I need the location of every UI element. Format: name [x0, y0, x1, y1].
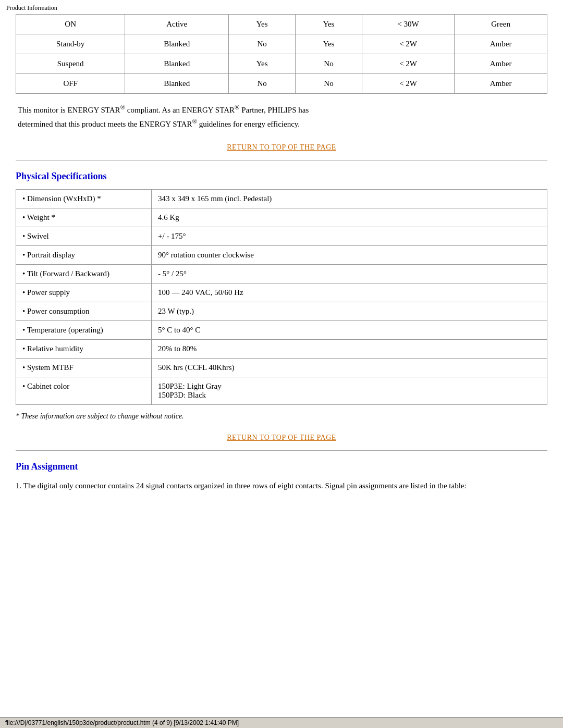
return-to-top-link-2[interactable]: RETURN TO TOP OF THE PAGE — [227, 434, 336, 441]
specs-value: +/ - 175° — [152, 227, 547, 246]
specs-label: • Swivel — [16, 227, 152, 246]
energy-star-text: This monitor is Energy Star® compliant. … — [16, 102, 547, 130]
specs-table-row: • Relative humidity20% to 80% — [16, 340, 547, 359]
power-states-table: ONActiveYesYes< 30WGreenStand-byBlankedN… — [16, 14, 547, 94]
specs-label: • Cabinet color — [16, 377, 152, 405]
pin-assignment-section: Pin Assignment 1. The digital only conne… — [16, 461, 547, 492]
specs-table-row: • System MTBF50K hrs (CCFL 40Khrs) — [16, 359, 547, 377]
physical-specs-heading: Physical Specifications — [16, 171, 547, 182]
power-table-row: OFFBlankedNoNo< 2WAmber — [16, 74, 547, 94]
specs-value: 343 x 349 x 165 mm (incl. Pedestal) — [152, 190, 547, 208]
return-to-top-1-container: RETURN TO TOP OF THE PAGE — [16, 143, 547, 152]
specs-label: • System MTBF — [16, 359, 152, 377]
specs-value: - 5° / 25° — [152, 265, 547, 283]
specs-value: 50K hrs (CCFL 40Khrs) — [152, 359, 547, 377]
product-info-label: Product Information — [0, 0, 563, 14]
specs-table-row: • Tilt (Forward / Backward)- 5° / 25° — [16, 265, 547, 283]
specs-value: 100 — 240 VAC, 50/60 Hz — [152, 283, 547, 302]
specs-value: 4.6 Kg — [152, 208, 547, 227]
power-table-row: SuspendBlankedYesNo< 2WAmber — [16, 54, 547, 74]
specs-table-row: • Portrait display90° rotation counter c… — [16, 246, 547, 265]
specs-table: • Dimension (WxHxD) *343 x 349 x 165 mm … — [16, 189, 547, 405]
specs-value: 23 W (typ.) — [152, 302, 547, 321]
pin-assignment-text: 1. The digital only connector contains 2… — [16, 479, 547, 492]
physical-specs-section: Physical Specifications • Dimension (WxH… — [16, 171, 547, 421]
specs-table-row: • Power consumption23 W (typ.) — [16, 302, 547, 321]
specs-value: 20% to 80% — [152, 340, 547, 359]
power-table-row: ONActiveYesYes< 30WGreen — [16, 15, 547, 34]
specs-table-row: • Temperature (operating)5° C to 40° C — [16, 321, 547, 340]
specs-label: • Tilt (Forward / Backward) — [16, 265, 152, 283]
energy-star-line1: This monitor is Energy Star® compliant. … — [18, 106, 309, 114]
specs-table-row: • Dimension (WxHxD) *343 x 349 x 165 mm … — [16, 190, 547, 208]
specs-label: • Dimension (WxHxD) * — [16, 190, 152, 208]
energy-star-line2: determined that this product meets the E… — [18, 120, 300, 128]
specs-label: • Weight * — [16, 208, 152, 227]
specs-value: 5° C to 40° C — [152, 321, 547, 340]
specs-footnote: * These information are subject to chang… — [16, 412, 547, 421]
return-to-top-2-container: RETURN TO TOP OF THE PAGE — [16, 433, 547, 442]
specs-label: • Portrait display — [16, 246, 152, 265]
divider-1 — [16, 160, 547, 161]
specs-table-row: • Swivel+/ - 175° — [16, 227, 547, 246]
pin-assignment-heading: Pin Assignment — [16, 461, 547, 472]
specs-table-row: • Weight *4.6 Kg — [16, 208, 547, 227]
specs-label: • Temperature (operating) — [16, 321, 152, 340]
specs-label: • Power consumption — [16, 302, 152, 321]
return-to-top-link-1[interactable]: RETURN TO TOP OF THE PAGE — [227, 143, 336, 151]
specs-value: 90° rotation counter clockwise — [152, 246, 547, 265]
specs-label: • Relative humidity — [16, 340, 152, 359]
status-bar: file:///D|/03771/english/150p3de/product… — [0, 717, 563, 728]
specs-table-row: • Power supply100 — 240 VAC, 50/60 Hz — [16, 283, 547, 302]
specs-label: • Power supply — [16, 283, 152, 302]
divider-2 — [16, 450, 547, 451]
power-table-row: Stand-byBlankedNoYes< 2WAmber — [16, 34, 547, 54]
specs-value: 150P3E: Light Gray150P3D: Black — [152, 377, 547, 405]
specs-table-row: • Cabinet color150P3E: Light Gray150P3D:… — [16, 377, 547, 405]
